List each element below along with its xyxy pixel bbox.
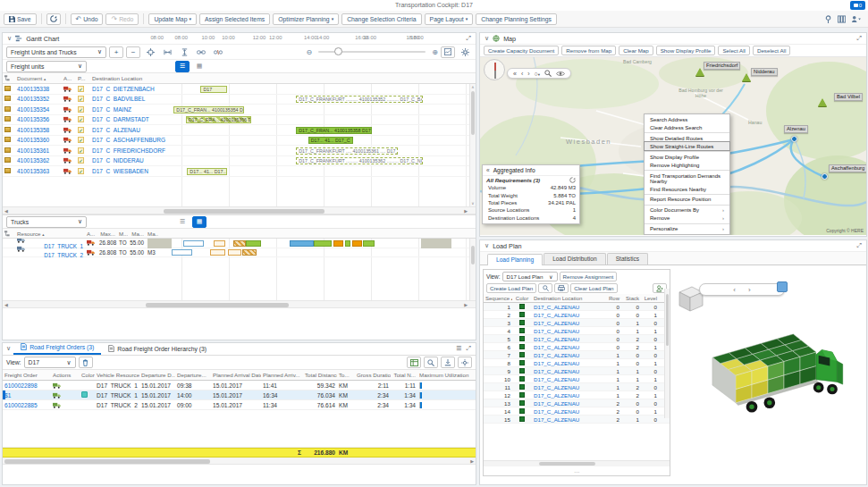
truck-action-icon[interactable] — [62, 96, 76, 102]
gantt-row[interactable]: 4100135338 ✓ D17_C_DIETZENBACH D17 — [3, 84, 476, 95]
document-link[interactable]: 4100135354 — [17, 106, 49, 113]
rfo-column[interactable]: Gross Duration — [355, 372, 391, 378]
tab-load-distribution[interactable]: Load Distribution — [544, 253, 605, 264]
load-plan-row[interactable]: 11 D17_C_ALZENAU 1 2 0 — [484, 383, 670, 391]
truck-bar[interactable] — [352, 240, 362, 247]
context-menu-item[interactable]: Find Resources Nearby — [645, 185, 729, 193]
column-row[interactable]: Row — [605, 296, 621, 301]
search-icon[interactable] — [544, 70, 552, 77]
fit-vertical-icon[interactable] — [177, 46, 191, 58]
demand-marker-triangle[interactable] — [742, 73, 751, 81]
load-plan-horizontal-scrollbar[interactable] — [484, 460, 670, 466]
slider-knob[interactable] — [334, 47, 342, 55]
load-plan-row[interactable]: 3 D17_C_ALZENAU 0 1 0 — [484, 319, 670, 327]
filter-icon[interactable]: ☰ — [175, 216, 190, 228]
column-color[interactable]: Color — [512, 296, 532, 301]
truck-action-icon[interactable] — [85, 249, 97, 256]
search-icon[interactable] — [424, 357, 438, 368]
export-icon[interactable] — [441, 357, 455, 368]
destination-link[interactable]: D17_C_ALZENAU — [534, 400, 579, 407]
destination-link[interactable]: D17_C_BADVILBEL — [92, 96, 145, 102]
context-menu-item[interactable]: Show Detailed Routes — [645, 132, 729, 142]
truck-link[interactable]: D17_TRUCK_2 — [44, 252, 83, 258]
truck-action-icon[interactable] — [62, 127, 76, 133]
location-dot[interactable] — [822, 173, 828, 180]
destination-link[interactable]: D17_C_NIDDERAU — [92, 157, 144, 164]
destination-link[interactable]: D17_C_ALZENAU — [92, 127, 140, 133]
truck-bar[interactable] — [345, 240, 351, 247]
load-plan-row[interactable]: 7 D17_C_ALZENAU 1 0 0 — [484, 351, 670, 359]
expand-icon[interactable]: ⤢ — [856, 35, 862, 42]
column-document[interactable]: Document ▴ — [15, 75, 62, 81]
rfo-column[interactable]: Color — [80, 372, 95, 378]
gantt-bar[interactable]: D17_C_FRANKFURT ......... 4100135362 ...… — [296, 157, 423, 164]
load-plan-row[interactable]: 5 D17_C_ALZENAU 0 2 0 — [484, 335, 670, 343]
remove-assignment-button[interactable]: Remove Assignment — [560, 272, 618, 281]
map-canvas[interactable]: « ‹ › ○▾ Friedrichsdorf Nidderau Bad Vil… — [480, 57, 866, 235]
print-icon[interactable] — [554, 283, 569, 293]
grid-view-button[interactable]: ▦ — [192, 61, 206, 72]
destination-link[interactable]: D17_C_ALZENAU — [534, 336, 579, 342]
pan-right-icon[interactable]: › — [527, 71, 529, 77]
freight-order-link[interactable]: 6100022885 — [4, 402, 38, 408]
gantt-row[interactable]: 4100135356 ✓ D17_C_DARMSTADT D17_C_FRA..… — [3, 115, 476, 126]
column-ma2[interactable]: Ma... — [146, 231, 158, 237]
gantt-bar[interactable]: D17... 41... D17... — [187, 168, 227, 175]
create-load-plan-button[interactable]: Create Load Plan — [486, 283, 536, 293]
column-max[interactable]: Max... — [97, 231, 117, 237]
truck-action-icon[interactable] — [62, 86, 76, 92]
refresh-icon[interactable] — [569, 177, 576, 183]
map-toolbar-button[interactable]: Select All — [718, 46, 749, 55]
change-selection-criteria-button[interactable]: Change Selection Criteria — [341, 13, 421, 25]
truck-bar[interactable] — [172, 249, 193, 256]
document-link[interactable]: 4100135352 — [17, 96, 49, 102]
column-sequence[interactable]: Sequence ▴ — [484, 296, 512, 301]
gantt-row[interactable]: 4100135362 ✓ D17_C_NIDDERAU D17_C_FRANKF… — [3, 156, 476, 167]
map-toolbar-button[interactable]: Create Capacity Document — [484, 46, 559, 55]
gantt-row[interactable]: 4100135360 ✓ D17_C_ASCHAFFENBURG D17... … — [3, 136, 476, 147]
tab-road-freight-orders[interactable]: Road Freight Orders (3) — [13, 341, 101, 355]
change-planning-settings-button[interactable]: Change Planning Settings — [476, 13, 557, 25]
collapse-icon[interactable]: ∨ — [6, 345, 11, 352]
rfo-column[interactable]: Vehicle Resource — [95, 372, 139, 378]
truck-action-icon[interactable] — [51, 392, 80, 399]
clear-load-plan-button[interactable]: Clear Load Plan — [570, 283, 617, 293]
collapse-icon[interactable]: ∨ — [7, 35, 12, 42]
tab-rfo-hierarchy[interactable]: Road Freight Order Hierarchy (3) — [101, 343, 214, 355]
link-icon[interactable] — [194, 46, 208, 58]
search-icon[interactable] — [538, 283, 552, 293]
gantt-bar[interactable]: D17_C_FRA... 4100135356 D17_C_DA... — [186, 116, 251, 123]
collapse-left-icon[interactable]: « — [486, 167, 490, 173]
scroll-right-icon[interactable]: ▶ — [464, 208, 468, 214]
truck-bar[interactable] — [214, 240, 225, 247]
scroll-right-icon[interactable]: ▶ — [464, 302, 468, 307]
destination-link[interactable]: D17_C_WIESBADEN — [92, 168, 148, 174]
rfo-horizontal-scrollbar[interactable]: ▶ — [3, 458, 476, 465]
rfo-column[interactable]: Maximum Utilization — [417, 372, 471, 378]
prev-truck-icon[interactable]: ‹ — [733, 286, 736, 294]
gantt-bar[interactable]: D17... 41... D17_C — [308, 137, 353, 144]
zoom-out-rows-button[interactable]: − — [126, 46, 140, 58]
load-plan-row[interactable]: 14 D17_C_ALZENAU 2 0 1 — [484, 407, 670, 416]
gantt-bar[interactable]: D17 — [200, 86, 227, 93]
destination-link[interactable]: D17_C_ALZENAU — [534, 312, 579, 318]
table-select-button[interactable] — [407, 357, 421, 368]
context-menu-item[interactable]: Search Address — [645, 115, 729, 123]
gantt-row[interactable]: 4100135358 ✓ D17_C_ALZENAU D17_C_FRAN...… — [3, 125, 476, 136]
truck-action-icon[interactable] — [51, 382, 80, 389]
assign-selected-items-button[interactable]: Assign Selected Items — [199, 13, 270, 25]
map-toolbar-button[interactable]: Show Display Profile — [656, 46, 716, 55]
column-destination[interactable]: Destination Location — [532, 296, 605, 301]
column-level[interactable]: Level — [641, 296, 659, 301]
truck-action-icon[interactable] — [85, 239, 97, 246]
destination-link[interactable]: D17_C_FRIEDRICHSDORF — [92, 147, 165, 154]
destination-link[interactable]: D17_C_ALZENAU — [534, 368, 579, 374]
context-menu-item[interactable]: Show Straight-Line Routes — [645, 142, 729, 150]
truck-bar[interactable] — [246, 240, 260, 247]
rfo-column[interactable]: Departure D... — [139, 372, 175, 378]
destination-link[interactable]: D17_C_DIETZENBACH — [92, 86, 155, 92]
truck-action-icon[interactable] — [62, 147, 76, 154]
load-plan-row[interactable]: 4 D17_C_ALZENAU 0 1 1 — [484, 327, 670, 335]
context-menu-item[interactable]: Color Documents By › — [645, 205, 729, 214]
map-toolbar-button[interactable]: Clear Map — [619, 46, 653, 55]
